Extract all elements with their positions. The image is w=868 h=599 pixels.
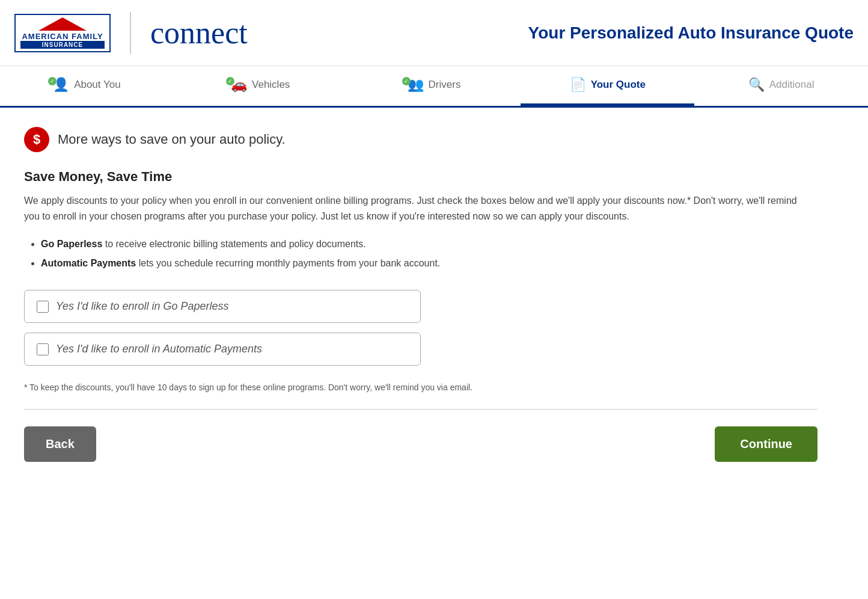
bullet-go-paperless-text: to receive electronic billing statements… [105,239,366,249]
logo-text-middle: INSURANCE [20,41,105,49]
bullet-list: Go Paperless to receive electronic billi… [24,235,818,273]
check-badge-vehicles: ✓ [226,77,234,85]
section-header-text: More ways to save on your auto policy. [58,132,286,147]
check-badge-drivers: ✓ [402,77,411,85]
content-body: We apply discounts to your policy when y… [24,193,805,224]
checkbox-go-paperless[interactable] [37,301,49,313]
content-title: Save Money, Save Time [24,169,818,185]
checkbox-auto-payments-text: Yes I'd like to enroll in Automatic Paym… [56,343,262,355]
checkbox-auto-payments[interactable] [37,343,49,355]
logo-text-top: AMERICAN FAMILY [22,32,103,41]
dollar-icon: $ [24,127,49,152]
content-section: Save Money, Save Time We apply discounts… [24,169,818,273]
nav-item-additional[interactable]: 🔍 Additional [694,66,868,106]
logo-roof-icon [38,17,87,31]
checkbox-go-paperless-text: Yes I'd like to enroll in Go Paperless [56,300,229,313]
vehicles-icon-wrapper: 🚗 ✓ [231,77,247,93]
bullet-auto-payments-bold: Automatic Payments [41,258,136,268]
nav-item-vehicles[interactable]: 🚗 ✓ Vehicles [174,66,347,106]
checkbox-options: Yes I'd like to enroll in Go Paperless Y… [24,290,818,366]
footer-buttons: Back Continue [24,426,818,481]
section-header: $ More ways to save on your auto policy. [24,127,818,152]
check-badge-about-you: ✓ [48,77,57,85]
checkbox-go-paperless-label[interactable]: Yes I'd like to enroll in Go Paperless [24,290,421,323]
main-content: $ More ways to save on your auto policy.… [0,108,842,500]
continue-button[interactable]: Continue [715,426,818,462]
drivers-icon-wrapper: 👥 ✓ [408,77,424,93]
nav-label-drivers: Drivers [429,79,461,91]
quote-icon: 📄 [570,77,586,93]
additional-icon: 🔍 [748,77,765,93]
nav-label-your-quote: Your Quote [591,79,646,91]
bullet-go-paperless-bold: Go Paperless [41,239,102,249]
nav-item-your-quote[interactable]: 📄 Your Quote [521,66,694,106]
connect-text: connect [150,15,248,51]
bullet-auto-payments-text: lets you schedule recurring monthly paym… [139,258,441,268]
bullet-auto-payments: Automatic Payments lets you schedule rec… [41,254,818,273]
back-button[interactable]: Back [24,426,96,462]
navigation: 👤 ✓ About You 🚗 ✓ Vehicles 👥 ✓ Drivers 📄… [0,66,868,108]
nav-item-about-you[interactable]: 👤 ✓ About You [0,66,174,106]
nav-label-vehicles: Vehicles [252,79,290,91]
bullet-go-paperless: Go Paperless to receive electronic billi… [41,235,818,254]
nav-item-drivers[interactable]: 👥 ✓ Drivers [347,66,521,106]
logo-divider [130,12,131,54]
nav-label-additional: Additional [769,79,815,91]
checkbox-auto-payments-label[interactable]: Yes I'd like to enroll in Automatic Paym… [24,333,421,366]
header-title: Your Personalized Auto Insurance Quote [528,23,854,43]
disclaimer-text: * To keep the discounts, you'll have 10 … [24,382,805,392]
logo-area: AMERICAN FAMILY INSURANCE connect [14,12,248,54]
nav-label-about-you: About You [74,79,121,91]
header: AMERICAN FAMILY INSURANCE connect Your P… [0,0,868,66]
about-you-icon-wrapper: 👤 ✓ [53,77,69,93]
logo-box: AMERICAN FAMILY INSURANCE [14,14,111,52]
divider [24,409,818,410]
